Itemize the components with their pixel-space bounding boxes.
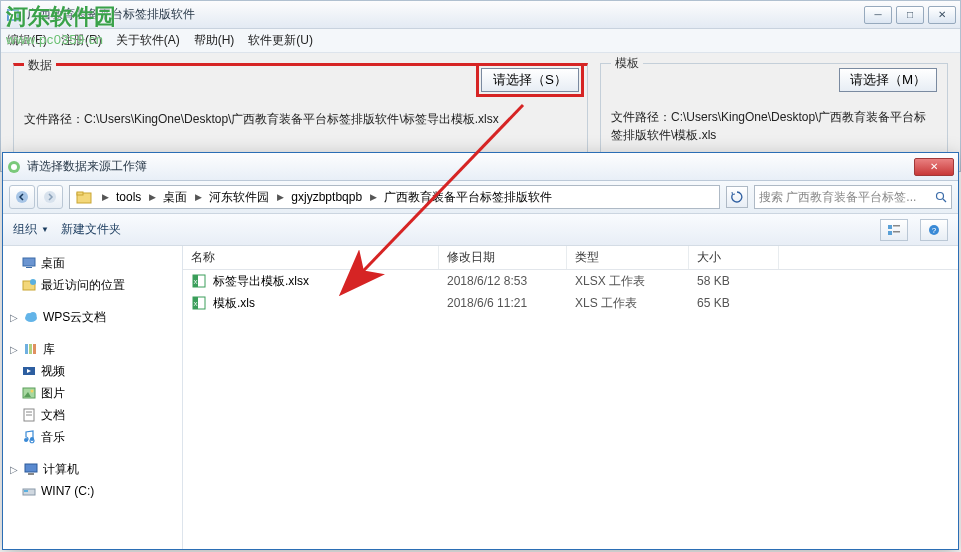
expand-icon[interactable]: ▷ <box>9 312 19 323</box>
svg-rect-36 <box>25 464 37 472</box>
breadcrumb[interactable]: ▶ tools ▶ 桌面 ▶ 河东软件园 ▶ gxjyzbptbqpb ▶ 广西… <box>69 185 720 209</box>
tree-wps[interactable]: ▷ WPS云文档 <box>3 306 182 328</box>
chevron-right-icon[interactable]: ▶ <box>98 192 112 202</box>
picture-icon <box>21 385 37 401</box>
svg-text:X: X <box>193 279 197 285</box>
data-path-value: C:\Users\KingOne\Desktop\广西教育装备平台标签排版软件\… <box>84 112 499 126</box>
breadcrumb-item-4[interactable]: 广西教育装备平台标签排版软件 <box>380 186 556 208</box>
svg-point-29 <box>31 390 34 393</box>
nav-tree[interactable]: 桌面 最近访问的位置 ▷ WPS云文档 ▷ 库 视频 <box>3 246 183 549</box>
chevron-right-icon[interactable]: ▶ <box>191 192 205 202</box>
drive-icon <box>21 483 37 499</box>
menu-update[interactable]: 软件更新(U) <box>248 32 313 49</box>
nav-forward-button[interactable] <box>37 185 63 209</box>
svg-rect-13 <box>893 231 900 233</box>
tree-pictures[interactable]: 图片 <box>3 382 182 404</box>
file-type: XLSX 工作表 <box>567 273 689 290</box>
search-input[interactable]: 搜索 广西教育装备平台标签... <box>754 185 952 209</box>
file-dialog: 请选择数据来源工作簿 ✕ ▶ tools ▶ 桌面 ▶ 河东软件园 ▶ gxjy… <box>2 152 959 550</box>
newfolder-button[interactable]: 新建文件夹 <box>61 221 121 238</box>
data-path: 文件路径：C:\Users\KingOne\Desktop\广西教育装备平台标签… <box>24 110 577 128</box>
tree-music[interactable]: 音乐 <box>3 426 182 448</box>
tree-libraries[interactable]: ▷ 库 <box>3 338 182 360</box>
svg-rect-7 <box>77 192 83 195</box>
svg-text:X: X <box>193 301 197 307</box>
nav-back-button[interactable] <box>9 185 35 209</box>
dialog-close-button[interactable]: ✕ <box>914 158 954 176</box>
titlebar[interactable]: 广西教育装备平台标签排版软件 ─ □ ✕ <box>1 1 960 29</box>
window-title: 广西教育装备平台标签排版软件 <box>27 6 864 23</box>
recent-icon <box>21 277 37 293</box>
expand-icon[interactable]: ▷ <box>9 344 19 355</box>
svg-rect-25 <box>33 344 36 354</box>
maximize-button[interactable]: □ <box>896 6 924 24</box>
chevron-right-icon[interactable]: ▶ <box>273 192 287 202</box>
desktop-icon <box>21 255 37 271</box>
menu-about[interactable]: 关于软件(A) <box>116 32 180 49</box>
tree-documents[interactable]: 文档 <box>3 404 182 426</box>
menu-edit[interactable]: 编辑(E) <box>7 32 47 49</box>
svg-text:?: ? <box>932 226 937 235</box>
refresh-button[interactable] <box>726 186 748 208</box>
data-path-label: 文件路径： <box>24 112 84 126</box>
minimize-button[interactable]: ─ <box>864 6 892 24</box>
list-item[interactable]: X 模板.xls 2018/6/6 11:21 XLS 工作表 65 KB <box>183 292 958 314</box>
tree-desktop[interactable]: 桌面 <box>3 252 182 274</box>
window-controls: ─ □ ✕ <box>864 6 956 24</box>
dialog-title: 请选择数据来源工作簿 <box>27 158 914 175</box>
svg-point-4 <box>16 191 28 203</box>
app-icon <box>5 7 21 23</box>
col-name[interactable]: 名称 <box>183 246 439 269</box>
template-path: 文件路径：C:\Users\KingOne\Desktop\广西教育装备平台标签… <box>611 108 937 144</box>
data-group: 数据 请选择（S） 文件路径：C:\Users\KingOne\Desktop\… <box>13 63 588 155</box>
col-type[interactable]: 类型 <box>567 246 689 269</box>
svg-point-5 <box>44 191 56 203</box>
document-icon <box>21 407 37 423</box>
list-item[interactable]: X 标签导出模板.xlsx 2018/6/12 8:53 XLSX 工作表 58… <box>183 270 958 292</box>
dialog-titlebar[interactable]: 请选择数据来源工作簿 ✕ <box>3 153 958 181</box>
file-name: 标签导出模板.xlsx <box>213 273 309 290</box>
search-icon <box>935 191 947 203</box>
menu-register[interactable]: 注册(R) <box>61 32 102 49</box>
video-icon <box>21 363 37 379</box>
tree-recent[interactable]: 最近访问的位置 <box>3 274 182 296</box>
breadcrumb-item-2[interactable]: 河东软件园 <box>205 186 273 208</box>
breadcrumb-item-0[interactable]: tools <box>112 186 145 208</box>
expand-icon[interactable]: ▷ <box>9 464 19 475</box>
help-button[interactable]: ? <box>920 219 948 241</box>
svg-rect-39 <box>24 490 28 492</box>
folder-icon <box>76 189 92 205</box>
col-date[interactable]: 修改日期 <box>439 246 567 269</box>
file-size: 65 KB <box>689 296 779 310</box>
select-data-button[interactable]: 请选择（S） <box>481 68 579 92</box>
svg-point-19 <box>30 279 36 285</box>
svg-point-3 <box>11 164 17 170</box>
template-group: 模板 请选择（M） 文件路径：C:\Users\KingOne\Desktop\… <box>600 63 948 155</box>
breadcrumb-item-3[interactable]: gxjyzbptbqpb <box>287 186 366 208</box>
template-group-legend: 模板 <box>611 55 643 72</box>
select-template-button[interactable]: 请选择（M） <box>839 68 937 92</box>
file-date: 2018/6/12 8:53 <box>439 274 567 288</box>
svg-rect-12 <box>888 231 892 235</box>
xls-icon: X <box>191 295 207 311</box>
chevron-left-icon <box>15 190 29 204</box>
tree-videos[interactable]: 视频 <box>3 360 182 382</box>
chevron-right-icon[interactable]: ▶ <box>366 192 380 202</box>
chevron-right-icon[interactable]: ▶ <box>145 192 159 202</box>
breadcrumb-root-icon[interactable] <box>72 186 98 208</box>
col-size[interactable]: 大小 <box>689 246 779 269</box>
xlsx-icon: X <box>191 273 207 289</box>
organize-button[interactable]: 组织 ▼ <box>13 221 49 238</box>
search-placeholder: 搜索 广西教育装备平台标签... <box>759 189 916 206</box>
file-size: 58 KB <box>689 274 779 288</box>
menu-help[interactable]: 帮助(H) <box>194 32 235 49</box>
breadcrumb-item-1[interactable]: 桌面 <box>159 186 191 208</box>
tree-computer[interactable]: ▷ 计算机 <box>3 458 182 480</box>
list-header[interactable]: 名称 修改日期 类型 大小 <box>183 246 958 270</box>
close-button[interactable]: ✕ <box>928 6 956 24</box>
file-list[interactable]: 名称 修改日期 类型 大小 X 标签导出模板.xlsx 2018/6/12 8:… <box>183 246 958 549</box>
main-window: 广西教育装备平台标签排版软件 ─ □ ✕ 编辑(E) 注册(R) 关于软件(A)… <box>0 0 961 172</box>
tree-win7[interactable]: WIN7 (C:) <box>3 480 182 502</box>
data-group-legend: 数据 <box>24 57 56 74</box>
view-button[interactable] <box>880 219 908 241</box>
